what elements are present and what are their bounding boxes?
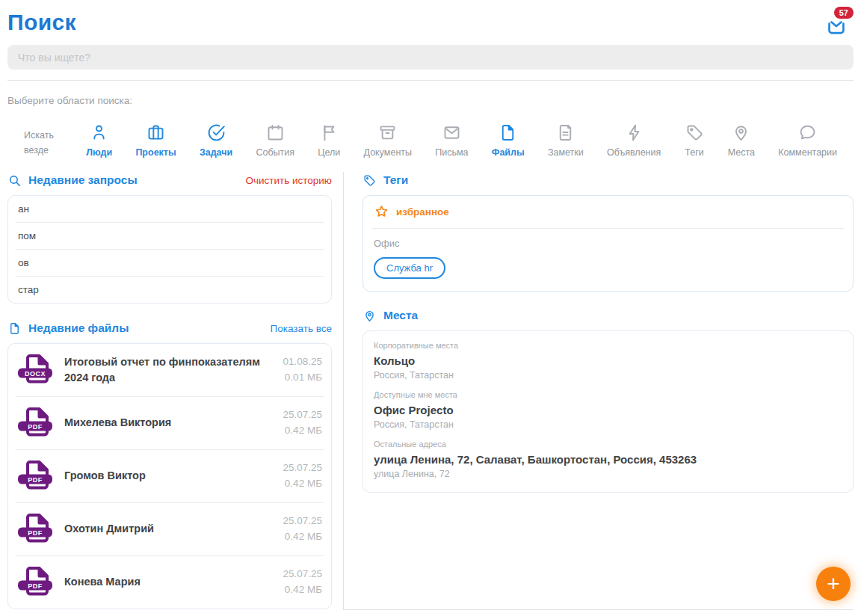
svg-text:PDF: PDF bbox=[28, 476, 43, 484]
scope-item-calendar[interactable]: События bbox=[256, 123, 294, 158]
recent-queries-title: Недавние запросы bbox=[28, 173, 138, 187]
file-row[interactable]: PDF Охотин Дмитрий 25.07.25 0.42 МБ bbox=[16, 503, 324, 556]
place-group[interactable]: Остальные адреса улица Ленина, 72, Салав… bbox=[374, 440, 842, 479]
tag-group: Офис Служба hr bbox=[363, 229, 853, 291]
recent-files-title-wrap: Недавние файлы bbox=[7, 321, 129, 336]
tag-group-label: Офис bbox=[374, 238, 842, 249]
tag-icon bbox=[362, 173, 377, 188]
file-name: Итоговый отчет по финпоказателям 2024 го… bbox=[64, 354, 271, 386]
recent-query-item[interactable]: ов bbox=[16, 250, 324, 277]
collapse-panel-button[interactable]: 57 bbox=[825, 12, 851, 37]
chevron-down-tray-icon bbox=[825, 16, 848, 37]
file-date: 25.07.25 bbox=[283, 568, 322, 579]
places-header: Места bbox=[362, 307, 854, 324]
scope-item-file[interactable]: Файлы bbox=[492, 123, 525, 158]
file-name: Михелева Виктория bbox=[64, 415, 271, 431]
place-group-label: Доступные мне места bbox=[374, 390, 842, 399]
scope-item-comment[interactable]: Комментарии bbox=[778, 123, 837, 158]
file-type-icon: PDF bbox=[17, 407, 53, 440]
envelope-icon bbox=[442, 123, 462, 143]
svg-text:PDF: PDF bbox=[28, 529, 43, 537]
scopes-label: Выберите области поиска: bbox=[7, 95, 854, 106]
place-group[interactable]: Доступные мне места Офис Projecto Россия… bbox=[374, 390, 842, 430]
places-title: Места bbox=[383, 309, 418, 322]
file-type-icon: DOCX bbox=[17, 354, 53, 386]
place-group-label: Корпоративные места bbox=[374, 341, 842, 350]
person-icon bbox=[89, 123, 109, 143]
scope-item-flag[interactable]: Цели bbox=[318, 123, 340, 158]
file-name: Охотин Дмитрий bbox=[64, 521, 271, 537]
archive-icon bbox=[377, 123, 398, 143]
file-date: 25.07.25 bbox=[283, 515, 322, 526]
left-column: Недавние запросы Очистить историю анпомо… bbox=[7, 172, 344, 610]
file-meta: 25.07.25 0.42 МБ bbox=[283, 461, 322, 492]
file-type-icon: PDF bbox=[17, 460, 53, 493]
file-meta: 25.07.25 0.42 МБ bbox=[283, 567, 322, 598]
place-group[interactable]: Корпоративные места Кольцо Россия, Татар… bbox=[374, 341, 842, 381]
place-detail: улица Ленина, 72 bbox=[374, 469, 842, 479]
recent-files-header: Недавние файлы Показать все bbox=[7, 320, 332, 336]
file-date: 25.07.25 bbox=[283, 462, 322, 473]
search-input[interactable] bbox=[7, 45, 854, 70]
pin-icon bbox=[731, 123, 751, 143]
comment-icon bbox=[797, 123, 818, 143]
scope-item-envelope[interactable]: Письма bbox=[435, 123, 468, 158]
recent-query-item[interactable]: пом bbox=[16, 223, 324, 250]
content-columns: Недавние запросы Очистить историю анпомо… bbox=[7, 172, 854, 610]
file-date: 01.08.25 bbox=[283, 356, 322, 367]
clear-history-link[interactable]: Очистить историю bbox=[245, 175, 332, 186]
file-size: 0.42 МБ bbox=[285, 584, 322, 595]
file-size: 0.42 МБ bbox=[285, 478, 322, 489]
scope-item-briefcase[interactable]: Проекты bbox=[135, 123, 176, 158]
place-detail: Россия, Татарстан bbox=[374, 370, 842, 381]
tag-pill[interactable]: Служба hr bbox=[374, 257, 445, 279]
lightning-icon bbox=[624, 123, 644, 143]
recent-query-item[interactable]: стар bbox=[16, 277, 324, 303]
scope-item-note[interactable]: Заметки bbox=[548, 123, 584, 158]
tags-card: избранное Офис Служба hr bbox=[362, 195, 854, 292]
scope-item-everywhere[interactable]: Искать везде bbox=[24, 129, 63, 158]
file-row[interactable]: DOCX Итоговый отчет по финпоказателям 20… bbox=[16, 344, 324, 397]
places-title-wrap: Места bbox=[362, 309, 418, 323]
file-size: 0.42 МБ bbox=[285, 531, 322, 542]
favorite-tag-label: избранное bbox=[396, 206, 449, 218]
place-detail: Россия, Татарстан bbox=[374, 419, 842, 430]
favorite-tag-row[interactable]: избранное bbox=[372, 196, 844, 229]
tags-header: Теги bbox=[362, 172, 854, 188]
tag-icon bbox=[685, 123, 705, 143]
tags-title: Теги bbox=[383, 173, 408, 187]
place-name: улица Ленина, 72, Салават, Башкортостан,… bbox=[374, 453, 842, 466]
recent-query-item[interactable]: ан bbox=[16, 196, 324, 223]
scope-item-archive[interactable]: Документы bbox=[364, 123, 412, 158]
place-group-label: Остальные адреса bbox=[374, 440, 842, 449]
file-row[interactable]: PDF Михелева Виктория 25.07.25 0.42 МБ bbox=[16, 397, 324, 450]
scope-item-pin[interactable]: Места bbox=[728, 123, 755, 158]
note-icon bbox=[555, 123, 575, 143]
scope-item-check-circle[interactable]: Задачи bbox=[200, 123, 232, 158]
file-meta: 01.08.25 0.01 МБ bbox=[283, 354, 322, 386]
file-size: 0.01 МБ bbox=[285, 372, 322, 383]
tags-title-wrap: Теги bbox=[362, 173, 408, 188]
notification-badge: 57 bbox=[834, 7, 854, 19]
file-icon bbox=[498, 123, 518, 143]
scope-item-tag[interactable]: Теги bbox=[685, 123, 705, 158]
add-button[interactable]: + bbox=[816, 567, 851, 601]
scopes-row: Искать везде Люди Проекты Задачи События… bbox=[7, 114, 854, 158]
page-header: Поиск 57 bbox=[7, 0, 854, 35]
file-row[interactable]: PDF Громов Виктор 25.07.25 0.42 МБ bbox=[16, 450, 324, 503]
file-meta: 25.07.25 0.42 МБ bbox=[283, 514, 322, 545]
file-name: Конева Мария bbox=[64, 574, 271, 590]
svg-text:PDF: PDF bbox=[28, 582, 43, 590]
scope-item-lightning[interactable]: Объявления bbox=[607, 123, 661, 158]
right-column: Теги избранное Офис Служба hr Места bbox=[344, 172, 854, 610]
star-icon bbox=[374, 204, 389, 220]
show-all-files-link[interactable]: Показать все bbox=[271, 323, 332, 334]
file-type-icon: PDF bbox=[17, 513, 53, 546]
calendar-icon bbox=[265, 123, 286, 143]
places-card: Корпоративные места Кольцо Россия, Татар… bbox=[362, 330, 854, 493]
file-type-icon: PDF bbox=[17, 566, 53, 599]
page-title: Поиск bbox=[7, 10, 854, 35]
scope-item-person[interactable]: Люди bbox=[86, 123, 112, 158]
file-row[interactable]: PDF Конева Мария 25.07.25 0.42 МБ bbox=[16, 556, 324, 609]
place-name: Офис Projecto bbox=[374, 404, 842, 416]
